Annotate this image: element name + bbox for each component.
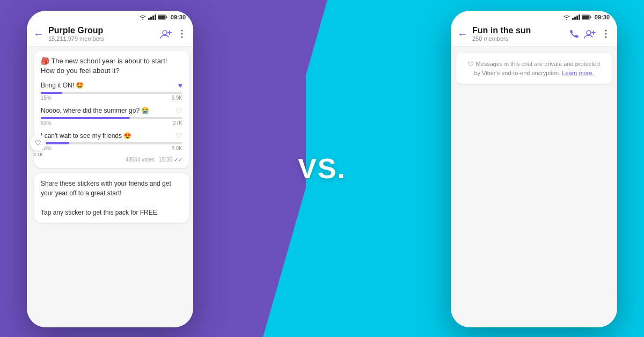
signal-icon-right [572, 14, 580, 20]
svg-point-3 [163, 31, 167, 35]
header-title-area-left: Purple Group 15,211,979 members [48, 26, 160, 42]
chat-content-right: 🛡 Messages in this chat are private and … [451, 47, 617, 327]
svg-point-12 [587, 31, 591, 35]
poll-bar-bg-2 [41, 117, 182, 119]
chat-content-left: 🎒 The new school year is about to start!… [27, 47, 193, 327]
battery-icon-left [158, 14, 167, 20]
privacy-learn-more[interactable]: Learn more. [562, 70, 594, 76]
header-title-area-right: Fun in the sun 250 members [472, 26, 569, 42]
signal-icon-left [148, 14, 156, 20]
votes-label: 43544 votes [125, 157, 155, 163]
header-actions-right [569, 29, 611, 39]
like-button[interactable]: ♡ 3.1K [30, 135, 46, 157]
add-member-icon-right[interactable] [584, 29, 596, 39]
member-count-right: 250 members [472, 35, 569, 42]
poll-heart-2[interactable]: ♡ [175, 106, 182, 115]
poll-heart-3[interactable]: ♡ [175, 131, 182, 140]
add-member-icon-left[interactable] [160, 29, 172, 39]
phone-right-inner: 09:30 ← Fun in the sun 250 members [451, 11, 617, 327]
status-icons-left: 09:30 [139, 14, 186, 20]
status-icons-right: 09:30 [563, 14, 610, 20]
svg-point-8 [181, 36, 183, 38]
time-left: 09:30 [171, 14, 186, 20]
poll-bar-fill-2 [41, 117, 130, 119]
phone-right: 09:30 ← Fun in the sun 250 members [451, 11, 617, 327]
poll-question: 🎒 The new school year is about to start!… [41, 56, 182, 76]
poll-stats-3: 20% 8.8K [41, 145, 182, 151]
poll-time: 15:36 [159, 157, 172, 163]
status-bar-right: 09:30 [451, 11, 617, 21]
more-icon-left[interactable] [177, 29, 187, 39]
poll-bar-bg-3 [41, 142, 182, 144]
message-text-2: Share these stickers with your friends a… [41, 179, 182, 217]
call-icon-right[interactable] [569, 29, 579, 39]
member-count-left: 15,211,979 members [48, 35, 160, 42]
back-button-left[interactable]: ← [33, 28, 44, 40]
svg-point-15 [605, 30, 607, 32]
phone-left: 09:30 ← Purple Group 15,211,979 members [27, 11, 193, 327]
poll-bar-fill-1 [41, 92, 62, 94]
svg-rect-1 [166, 17, 167, 18]
svg-point-17 [605, 36, 607, 38]
poll-bubble: 🎒 The new school year is about to start!… [34, 51, 189, 168]
header-actions-left [160, 29, 187, 39]
group-name-right: Fun in the sun [472, 26, 569, 35]
read-checkmarks: ✓✓ [174, 157, 182, 163]
privacy-icon: 🛡 [468, 61, 475, 67]
privacy-notice: 🛡 Messages in this chat are private and … [456, 53, 612, 84]
wifi-icon-right [563, 14, 570, 20]
like-circle: ♡ [30, 135, 46, 151]
status-bar-left: 09:30 [27, 11, 193, 21]
back-button-right[interactable]: ← [457, 28, 468, 40]
svg-point-16 [605, 33, 607, 35]
svg-point-6 [181, 30, 183, 32]
poll-heart-1[interactable]: ♥ [178, 81, 182, 90]
poll-option-1: Bring it ON! 🤩 ♥ 15% 6.9K [41, 81, 182, 101]
svg-rect-11 [582, 16, 589, 19]
app-header-right: ← Fun in the sun 250 members [451, 21, 617, 47]
battery-icon-right [582, 14, 591, 20]
poll-stats-2: 63% 27K [41, 120, 182, 126]
wifi-icon-left [139, 14, 147, 20]
poll-footer: 43544 votes 15:36 ✓✓ [41, 157, 182, 163]
more-icon-right[interactable] [601, 29, 611, 39]
poll-option-3: I can't wait to see my friends 😍 ♡ 20% 8… [41, 131, 182, 151]
poll-option-3-text: I can't wait to see my friends 😍 ♡ [41, 131, 182, 140]
message-bubble-2: Share these stickers with your friends a… [34, 173, 189, 223]
svg-point-7 [181, 33, 183, 35]
poll-option-2: Noooo, where did the summer go? 😭 ♡ 63% … [41, 106, 182, 126]
time-right: 09:30 [595, 14, 610, 20]
poll-bar-bg-1 [41, 92, 182, 94]
svg-rect-10 [590, 17, 591, 18]
like-count: 3.1K [33, 152, 43, 157]
svg-rect-2 [158, 16, 165, 19]
phone-left-inner: 09:30 ← Purple Group 15,211,979 members [27, 11, 193, 327]
poll-option-2-text: Noooo, where did the summer go? 😭 ♡ [41, 106, 182, 115]
poll-option-1-text: Bring it ON! 🤩 ♥ [41, 81, 182, 90]
vs-label: VS. [298, 152, 346, 185]
group-name-left: Purple Group [48, 26, 160, 35]
app-header-left: ← Purple Group 15,211,979 members [27, 21, 193, 47]
poll-stats-1: 15% 6.9K [41, 95, 182, 101]
